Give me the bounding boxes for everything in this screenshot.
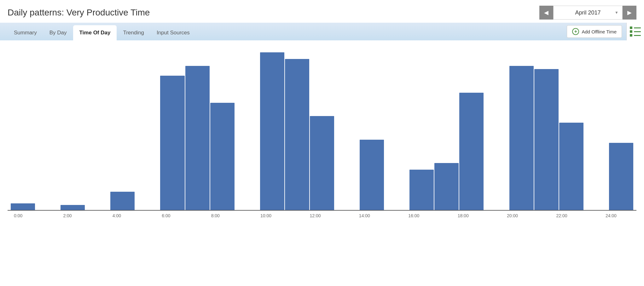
bars-wrapper bbox=[8, 47, 636, 211]
header: Daily patterns: Very Productive Time ◀ A… bbox=[0, 0, 644, 23]
x-label-5: 10:00 bbox=[260, 213, 310, 218]
list-lines-icon bbox=[630, 26, 641, 37]
page-title: Daily patterns: Very Productive Time bbox=[8, 8, 150, 18]
tab-summary[interactable]: Summary bbox=[8, 25, 43, 40]
x-label-1: 2:00 bbox=[63, 213, 112, 218]
x-label-7: 14:00 bbox=[359, 213, 408, 218]
bar-20 bbox=[509, 66, 534, 210]
bar-18 bbox=[459, 93, 484, 210]
chart-area: 0:002:004:006:008:0010:0012:0014:0016:00… bbox=[0, 40, 644, 230]
tab-time-of-day[interactable]: Time Of Day bbox=[73, 25, 117, 41]
x-label-4: 8:00 bbox=[211, 213, 260, 218]
x-label-12: 24:00 bbox=[606, 213, 630, 218]
add-offline-label: Add Offline Time bbox=[582, 29, 617, 34]
tab-input-sources[interactable]: Input Sources bbox=[150, 25, 196, 40]
next-month-button[interactable]: ▶ bbox=[623, 6, 636, 20]
chart-container: 0:002:004:006:008:0010:0012:0014:0016:00… bbox=[8, 47, 636, 230]
bar-10 bbox=[260, 52, 284, 210]
bar-2 bbox=[61, 205, 85, 210]
nav-controls: ◀ April 2017 ▼ ▶ bbox=[539, 6, 636, 20]
tabs-bar: Summary By Day Time Of Day Trending Inpu… bbox=[0, 23, 644, 40]
prev-month-button[interactable]: ◀ bbox=[539, 6, 553, 20]
bar-6 bbox=[160, 76, 184, 210]
bar-24 bbox=[609, 143, 633, 210]
x-label-8: 16:00 bbox=[408, 213, 457, 218]
bar-11 bbox=[285, 59, 309, 210]
tab-trending[interactable]: Trending bbox=[117, 25, 150, 40]
month-caret-icon: ▼ bbox=[615, 10, 618, 15]
x-labels: 0:002:004:006:008:0010:0012:0014:0016:00… bbox=[8, 213, 636, 218]
bar-17 bbox=[434, 163, 459, 210]
x-label-10: 20:00 bbox=[507, 213, 556, 218]
x-label-11: 22:00 bbox=[556, 213, 605, 218]
bar-14 bbox=[360, 140, 384, 210]
bar-0 bbox=[11, 203, 35, 210]
x-label-3: 6:00 bbox=[162, 213, 211, 218]
x-label-6: 12:00 bbox=[310, 213, 359, 218]
plus-circle-icon: + bbox=[572, 28, 579, 35]
x-label-9: 18:00 bbox=[458, 213, 507, 218]
bar-8 bbox=[210, 103, 235, 210]
bar-7 bbox=[185, 66, 210, 210]
bar-4 bbox=[110, 192, 135, 210]
tab-by-day[interactable]: By Day bbox=[43, 25, 73, 40]
bar-22 bbox=[559, 123, 583, 210]
month-label: April 2017 bbox=[575, 9, 600, 16]
add-offline-time-button[interactable]: + Add Offline Time bbox=[567, 25, 622, 38]
bar-21 bbox=[534, 69, 559, 210]
bar-12 bbox=[310, 116, 334, 210]
x-label-2: 4:00 bbox=[113, 213, 162, 218]
month-display: April 2017 ▼ bbox=[553, 6, 623, 20]
list-view-button[interactable] bbox=[626, 23, 644, 40]
bar-16 bbox=[409, 170, 434, 210]
x-label-0: 0:00 bbox=[14, 213, 63, 218]
